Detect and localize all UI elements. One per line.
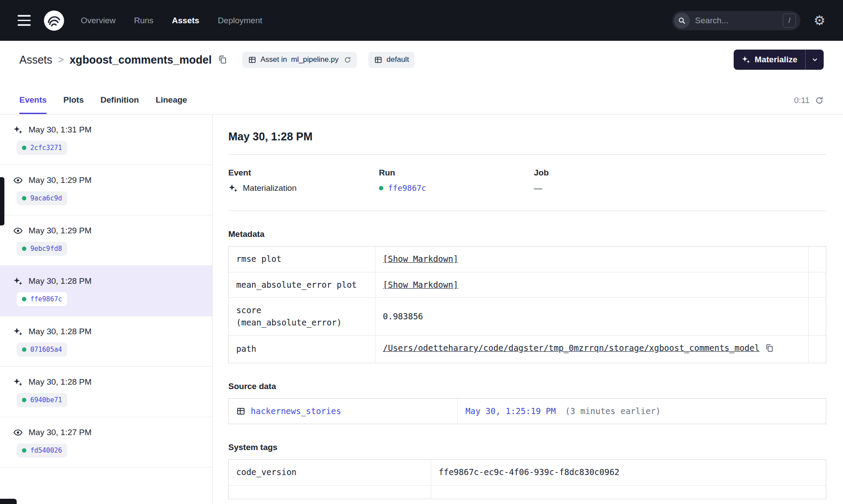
metadata-key: score (mean_absolute_error): [229, 297, 375, 335]
copy-asset-name-icon[interactable]: [218, 55, 227, 64]
page-title: xgboost_comments_model: [69, 54, 212, 66]
job-value: —: [534, 183, 542, 193]
asset-grid-icon: [236, 407, 245, 416]
tab-lineage[interactable]: Lineage: [155, 95, 187, 114]
materialization-sparkle-icon: [13, 125, 23, 135]
event-list-item[interactable]: May 30, 1:29 PM 9aca6c9d: [0, 165, 212, 215]
materialize-split-button: Materialize: [734, 50, 824, 70]
topbar-right: Search... / ⚙: [672, 11, 825, 30]
content-area: May 30, 1:31 PM 2cfc3271 May 30, 1:29 PM…: [0, 114, 843, 504]
event-type-value: Materialization: [243, 183, 297, 193]
run-id-pill[interactable]: fd540026: [17, 443, 67, 458]
event-list-item[interactable]: May 30, 1:28 PM 071605a4: [0, 316, 212, 367]
row-action-cell: [808, 297, 826, 335]
run-status-dot: [22, 448, 26, 453]
source-time-note: (3 minutes earlier): [565, 406, 660, 416]
tab-definition[interactable]: Definition: [101, 95, 139, 114]
system-tags-heading: System tags: [228, 443, 826, 452]
job-label: Job: [534, 168, 549, 178]
event-list-item[interactable]: May 30, 1:29 PM 9ebc9fd8: [0, 215, 212, 266]
search-placeholder: Search...: [695, 16, 778, 25]
run-id-pill[interactable]: 2cfc3271: [17, 141, 67, 155]
show-markdown-link[interactable]: [Show Markdown]: [383, 280, 458, 290]
breadcrumb: Assets > xgboost_comments_model: [19, 54, 212, 66]
event-time-label: May 30, 1:28 PM: [29, 377, 92, 387]
menu-icon[interactable]: [18, 15, 31, 26]
search-icon: [674, 13, 690, 29]
group-tag-label: default: [386, 55, 409, 64]
show-markdown-link[interactable]: [Show Markdown]: [383, 254, 458, 264]
nav-item-overview[interactable]: Overview: [81, 16, 115, 25]
materialize-label: Materialize: [755, 55, 797, 64]
search-input[interactable]: Search... /: [672, 11, 800, 30]
refresh-timer: 0:11: [794, 96, 824, 114]
event-list-item-selected[interactable]: May 30, 1:28 PM ffe9867c: [0, 266, 212, 316]
asset-header: Assets > xgboost_comments_model Asset in…: [0, 41, 843, 79]
divider: [228, 154, 826, 155]
reload-location-icon[interactable]: [344, 56, 351, 64]
run-id-pill[interactable]: 9ebc9fd8: [17, 242, 67, 256]
breadcrumb-separator: >: [58, 54, 64, 66]
run-id-link[interactable]: ffe9867c: [388, 183, 426, 193]
nav-item-deployment[interactable]: Deployment: [218, 16, 262, 25]
table-row-partial: [229, 485, 826, 499]
table-row: score (mean_absolute_error) 0.983856: [229, 297, 826, 335]
event-label: Event: [228, 168, 379, 178]
refresh-icon[interactable]: [815, 96, 824, 105]
asset-in-file-tag[interactable]: Asset in ml_pipeline.py: [242, 52, 357, 68]
path-link[interactable]: /Users/odetteharary/code/dagster/tmp_0mz…: [383, 343, 760, 353]
pipeline-file-link[interactable]: ml_pipeline.py: [291, 55, 339, 64]
nav-item-runs[interactable]: Runs: [134, 16, 153, 25]
primary-nav: Overview Runs Assets Deployment: [81, 16, 262, 25]
refresh-countdown: 0:11: [794, 96, 810, 105]
settings-gear-icon[interactable]: ⚙: [814, 14, 825, 27]
materialize-dropdown-button[interactable]: [805, 50, 824, 70]
table-row: mean_absolute_error plot [Show Markdown]: [229, 272, 826, 298]
metadata-value: 0.983856: [375, 297, 808, 335]
run-label: Run: [379, 168, 534, 178]
source-timestamp-link[interactable]: May 30, 1:25:19 PM: [465, 406, 556, 416]
event-time-label: May 30, 1:29 PM: [29, 226, 92, 236]
source-asset-link[interactable]: hackernews_stories: [251, 405, 341, 418]
copy-path-icon[interactable]: [765, 345, 774, 354]
asset-tabs-row: Events Plots Definition Lineage 0:11: [0, 79, 843, 114]
row-action-cell: [808, 272, 826, 298]
run-id-pill[interactable]: 071605a4: [17, 343, 67, 357]
asset-tabs: Events Plots Definition Lineage: [19, 95, 187, 114]
asset-tags: Asset in ml_pipeline.py default: [242, 52, 414, 68]
breadcrumb-assets-link[interactable]: Assets: [19, 54, 52, 66]
table-row: hackernews_stories May 30, 1:25:19 PM (3…: [229, 399, 826, 424]
event-list-item[interactable]: May 30, 1:31 PM 2cfc3271: [0, 114, 212, 165]
run-status-dot: [22, 347, 26, 352]
run-status-dot: [22, 398, 26, 402]
event-list-item[interactable]: May 30, 1:27 PM fd540026: [0, 417, 212, 468]
asset-group-tag[interactable]: default: [368, 52, 414, 68]
run-id-pill[interactable]: 6940be71: [17, 393, 67, 407]
dagster-logo-icon[interactable]: [43, 10, 65, 32]
event-time-label: May 30, 1:31 PM: [29, 125, 92, 135]
asset-in-label: Asset in: [260, 55, 287, 64]
dagster-asset-page: Overview Runs Assets Deployment Search..…: [0, 0, 843, 504]
event-list-item[interactable]: May 30, 1:28 PM 6940be71: [0, 367, 212, 417]
table-row: rmse plot [Show Markdown]: [229, 247, 826, 272]
source-data-heading: Source data: [228, 382, 826, 391]
run-status-dot: [379, 186, 383, 190]
materialize-button[interactable]: Materialize: [734, 50, 805, 70]
metadata-key: rmse plot: [229, 247, 375, 272]
run-id-pill[interactable]: 9aca6c9d: [17, 191, 67, 205]
tab-plots[interactable]: Plots: [63, 95, 83, 114]
sidebar-scrollbar-thumb[interactable]: [0, 177, 4, 225]
run-id-pill[interactable]: ffe9867c: [17, 292, 67, 306]
run-status-dot: [22, 247, 26, 251]
asset-grid-icon: [248, 56, 256, 64]
row-action-cell: [808, 247, 826, 272]
search-shortcut-key: /: [783, 14, 796, 28]
metadata-key: path: [229, 335, 375, 363]
run-status-dot: [22, 196, 26, 200]
scrollbar-corner[interactable]: [0, 499, 17, 504]
metadata-key: mean_absolute_error plot: [229, 272, 375, 298]
observation-eye-icon: [13, 226, 23, 236]
system-tags-table: code_version ffe9867c-ec9c-4f06-939c-f8d…: [228, 459, 826, 499]
nav-item-assets[interactable]: Assets: [172, 16, 199, 25]
tab-events[interactable]: Events: [19, 95, 47, 114]
